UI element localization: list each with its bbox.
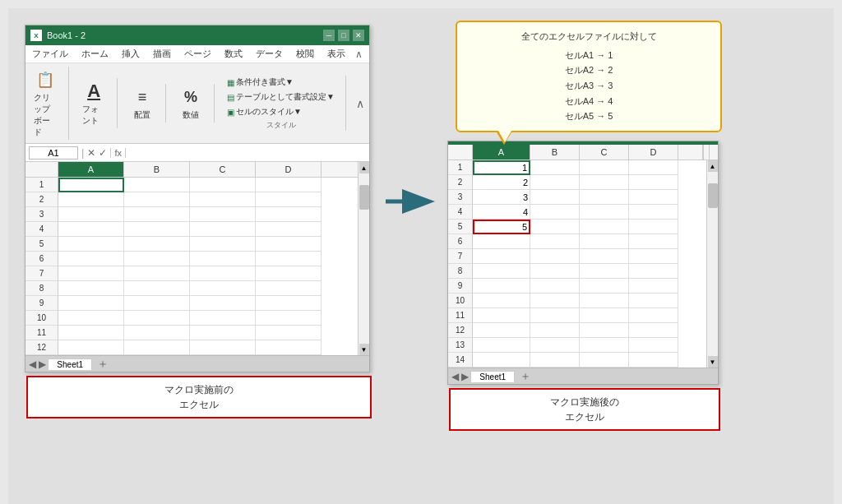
cell-A11-right[interactable] — [473, 308, 530, 323]
cell-B3-left[interactable] — [124, 207, 190, 222]
cell-C10-left[interactable] — [190, 311, 256, 326]
cell-C10-right[interactable] — [580, 294, 629, 308]
cell-B11-right[interactable] — [530, 308, 580, 323]
cell-C7-right[interactable] — [580, 249, 629, 264]
sheet-tab-1-right[interactable]: Sheet1 — [470, 371, 515, 382]
cell-C14-right[interactable] — [580, 353, 629, 368]
cell-A2-right[interactable]: 2 — [473, 175, 530, 190]
row-header-11[interactable]: 11 — [25, 326, 58, 340]
cell-D1-left[interactable] — [256, 178, 322, 192]
row-header-5[interactable]: 5 — [25, 237, 58, 252]
cell-C12-right[interactable] — [580, 323, 629, 338]
ribbon-collapse-btn[interactable]: ∧ — [356, 97, 364, 110]
cell-D8-left[interactable] — [256, 281, 322, 296]
cell-C1-right[interactable] — [580, 160, 629, 175]
cell-B10-right[interactable] — [530, 294, 580, 308]
row-header-r12[interactable]: 12 — [448, 323, 473, 338]
cell-D2-right[interactable] — [629, 175, 678, 190]
cell-C8-left[interactable] — [190, 281, 256, 296]
cell-A7-right[interactable] — [473, 249, 530, 264]
cell-A11-left[interactable] — [58, 326, 124, 340]
cell-C11-right[interactable] — [580, 308, 629, 323]
cell-A8-left[interactable] — [58, 281, 124, 296]
cell-D10-left[interactable] — [256, 311, 322, 326]
cell-A5-left[interactable] — [58, 237, 124, 252]
cell-D3-left[interactable] — [256, 207, 322, 222]
cell-C5-left[interactable] — [190, 237, 256, 252]
menu-page[interactable]: ページ — [181, 47, 215, 61]
cell-A13-right[interactable] — [473, 338, 530, 353]
cancel-icon-left[interactable]: ✕ — [87, 147, 95, 159]
cell-B8-left[interactable] — [124, 281, 190, 296]
cell-D11-left[interactable] — [256, 326, 322, 340]
conditional-format-btn[interactable]: ▦ 条件付き書式▼ — [224, 76, 337, 89]
cell-D13-right[interactable] — [629, 338, 678, 353]
row-header-r6[interactable]: 6 — [448, 234, 473, 249]
col-header-E-right[interactable] — [678, 145, 703, 160]
cell-D11-right[interactable] — [629, 308, 678, 323]
col-header-B-left[interactable]: B — [124, 162, 190, 177]
cell-A5-right[interactable]: 5 — [473, 220, 530, 234]
row-header-r9[interactable]: 9 — [448, 279, 473, 294]
cell-C4-left[interactable] — [190, 222, 256, 237]
row-header-r10[interactable]: 10 — [448, 294, 473, 308]
cell-D5-left[interactable] — [256, 237, 322, 252]
menu-view[interactable]: 表示 — [324, 47, 349, 61]
menu-file[interactable]: ファイル — [29, 47, 72, 61]
cell-A1-right[interactable]: 1 — [473, 160, 530, 175]
cell-D12-left[interactable] — [256, 340, 322, 355]
cell-B5-right[interactable] — [530, 220, 580, 234]
cell-C12-left[interactable] — [190, 340, 256, 355]
cell-A4-left[interactable] — [58, 222, 124, 237]
cell-B6-right[interactable] — [530, 234, 580, 249]
cell-B11-left[interactable] — [124, 326, 190, 340]
cell-B1-right[interactable] — [530, 160, 580, 175]
row-header-r5[interactable]: 5 — [448, 220, 473, 234]
row-header-r8[interactable]: 8 — [448, 264, 473, 279]
cell-B4-left[interactable] — [124, 222, 190, 237]
cell-D12-right[interactable] — [629, 323, 678, 338]
col-header-B-right[interactable]: B — [530, 145, 580, 160]
cell-C11-left[interactable] — [190, 326, 256, 340]
cell-D3-right[interactable] — [629, 190, 678, 205]
font-btn[interactable]: A フォント — [79, 78, 109, 128]
sheet-nav-left[interactable]: ◀ ▶ — [29, 358, 46, 370]
cell-C13-right[interactable] — [580, 338, 629, 353]
cell-D1-right[interactable] — [629, 160, 678, 175]
cell-B6-left[interactable] — [124, 252, 190, 266]
scroll-thumb-right[interactable] — [708, 183, 718, 208]
cell-B7-right[interactable] — [530, 249, 580, 264]
cell-B2-left[interactable] — [124, 192, 190, 207]
clipboard-btn[interactable]: 📋 クリップボード — [30, 67, 60, 140]
cell-A12-right[interactable] — [473, 323, 530, 338]
close-btn-left[interactable]: ✕ — [353, 30, 364, 41]
cell-D9-left[interactable] — [256, 296, 322, 311]
cell-C3-right[interactable] — [580, 190, 629, 205]
row-header-4[interactable]: 4 — [25, 222, 58, 237]
row-header-r4[interactable]: 4 — [448, 205, 473, 220]
restore-btn-left[interactable]: □ — [338, 30, 349, 41]
cell-D9-right[interactable] — [629, 279, 678, 294]
row-header-6[interactable]: 6 — [25, 252, 58, 266]
cell-B4-right[interactable] — [530, 205, 580, 220]
row-header-10[interactable]: 10 — [25, 311, 58, 326]
col-header-A-left[interactable]: A — [58, 162, 124, 177]
cell-C2-right[interactable] — [580, 175, 629, 190]
cell-C6-right[interactable] — [580, 234, 629, 249]
cell-B3-right[interactable] — [530, 190, 580, 205]
cell-B12-left[interactable] — [124, 340, 190, 355]
col-header-C-right[interactable]: C — [580, 145, 629, 160]
cell-A10-left[interactable] — [58, 311, 124, 326]
row-header-8[interactable]: 8 — [25, 281, 58, 296]
row-header-12[interactable]: 12 — [25, 340, 58, 355]
cell-D4-left[interactable] — [256, 222, 322, 237]
cell-B14-right[interactable] — [530, 353, 580, 368]
cell-C5-right[interactable] — [580, 220, 629, 234]
col-header-D-right[interactable]: D — [629, 145, 678, 160]
cell-D8-right[interactable] — [629, 264, 678, 279]
cell-B2-right[interactable] — [530, 175, 580, 190]
menu-formula[interactable]: 数式 — [221, 47, 246, 61]
cell-A6-right[interactable] — [473, 234, 530, 249]
cell-C1-left[interactable] — [190, 178, 256, 192]
cell-A7-left[interactable] — [58, 266, 124, 281]
